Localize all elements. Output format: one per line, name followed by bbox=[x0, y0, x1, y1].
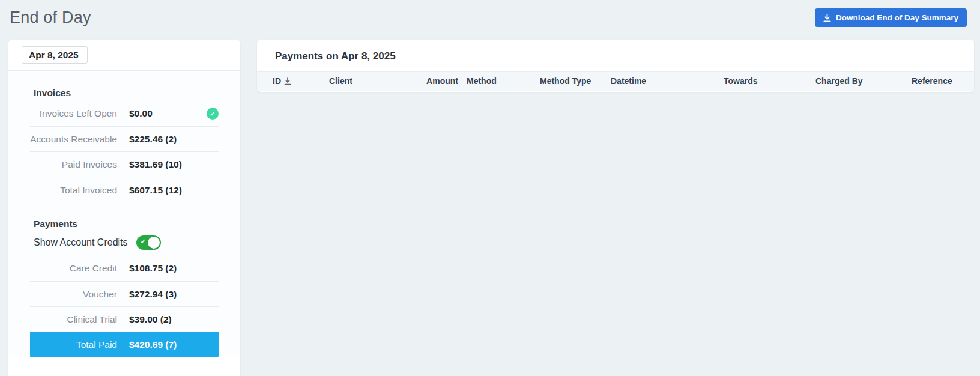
stat-row-accounts-receivable[interactable]: Accounts Receivable$225.46 (2) bbox=[30, 126, 219, 151]
stat-label: Clinical Trial bbox=[30, 314, 117, 325]
table-title: Payments on Apr 8, 2025 bbox=[257, 40, 974, 71]
table-header-row: IDClientAmountMethodMethod TypeDatetimeT… bbox=[257, 72, 974, 91]
stat-value: $0.00 bbox=[129, 108, 153, 119]
payments-stats: Care Credit$108.75 (2)Voucher$272.94 (3)… bbox=[30, 256, 219, 357]
column-header-amount: Amount bbox=[414, 72, 467, 91]
toggle-knob bbox=[148, 237, 160, 249]
date-input[interactable] bbox=[22, 46, 88, 64]
stat-value: $39.00 (2) bbox=[129, 314, 172, 325]
stat-label: Invoices Left Open bbox=[30, 108, 117, 119]
end-of-day-summary-panel: Invoices Invoices Left Open$0.00✓Account… bbox=[8, 40, 240, 376]
payments-table-card: Payments on Apr 8, 2025 IDClientAmountMe… bbox=[257, 40, 974, 92]
stat-value: $225.46 (2) bbox=[129, 134, 177, 145]
stat-row-invoices-left-open[interactable]: Invoices Left Open$0.00✓ bbox=[30, 101, 219, 126]
stat-row-paid-invoices[interactable]: Paid Invoices$381.69 (10) bbox=[30, 151, 219, 177]
column-header-towards: Towards bbox=[724, 72, 815, 91]
column-header-id[interactable]: ID bbox=[257, 72, 329, 91]
stat-value: $272.94 (3) bbox=[129, 289, 177, 300]
payments-table: IDClientAmountMethodMethod TypeDatetimeT… bbox=[257, 71, 974, 91]
stat-label: Care Credit bbox=[30, 263, 117, 274]
stat-label: Voucher bbox=[30, 289, 117, 300]
download-end-of-day-summary-button[interactable]: Download End of Day Summary bbox=[815, 8, 967, 27]
stat-value: $108.75 (2) bbox=[129, 263, 177, 274]
stat-value: $420.69 (7) bbox=[129, 339, 177, 350]
column-header-reference: Reference bbox=[912, 72, 974, 91]
show-account-credits-row: Show Account Credits ✓ bbox=[30, 232, 219, 256]
stat-label: Total Invoiced bbox=[30, 185, 117, 196]
main-content: Invoices Invoices Left Open$0.00✓Account… bbox=[8, 40, 974, 376]
stat-value: $607.15 (12) bbox=[129, 185, 182, 196]
show-account-credits-toggle[interactable]: ✓ bbox=[136, 235, 161, 250]
column-header-method-type: Method Type bbox=[540, 72, 611, 91]
stat-row-care-credit[interactable]: Care Credit$108.75 (2) bbox=[30, 256, 219, 281]
topbar: End of Day Download End of Day Summary bbox=[0, 0, 980, 40]
show-account-credits-label: Show Account Credits bbox=[34, 237, 128, 248]
stat-label: Paid Invoices bbox=[30, 159, 117, 170]
toggle-check-icon: ✓ bbox=[141, 238, 146, 246]
sort-descending-icon bbox=[284, 77, 291, 85]
check-circle-icon: ✓ bbox=[207, 108, 219, 120]
download-icon bbox=[823, 14, 831, 22]
date-picker-section bbox=[8, 40, 240, 71]
column-header-method: Method bbox=[467, 72, 540, 91]
download-button-label: Download End of Day Summary bbox=[836, 13, 958, 22]
payments-section-heading: Payments bbox=[30, 202, 219, 232]
column-header-datetime: Datetime bbox=[611, 72, 724, 91]
invoices-stats: Invoices Left Open$0.00✓Accounts Receiva… bbox=[30, 101, 219, 202]
stat-row-total-invoiced[interactable]: Total Invoiced$607.15 (12) bbox=[30, 177, 219, 202]
stat-label: Accounts Receivable bbox=[30, 134, 117, 145]
summary-body: Invoices Invoices Left Open$0.00✓Account… bbox=[8, 71, 240, 357]
invoices-section-heading: Invoices bbox=[30, 71, 219, 101]
stat-row-voucher[interactable]: Voucher$272.94 (3) bbox=[30, 281, 219, 306]
stat-value: $381.69 (10) bbox=[129, 159, 182, 170]
column-header-client: Client bbox=[329, 72, 414, 91]
column-header-charged-by: Charged By bbox=[815, 72, 912, 91]
stat-row-clinical-trial[interactable]: Clinical Trial$39.00 (2) bbox=[30, 306, 219, 332]
stat-label: Total Paid bbox=[30, 339, 117, 350]
stat-row-total-paid[interactable]: Total Paid$420.69 (7) bbox=[30, 332, 219, 357]
